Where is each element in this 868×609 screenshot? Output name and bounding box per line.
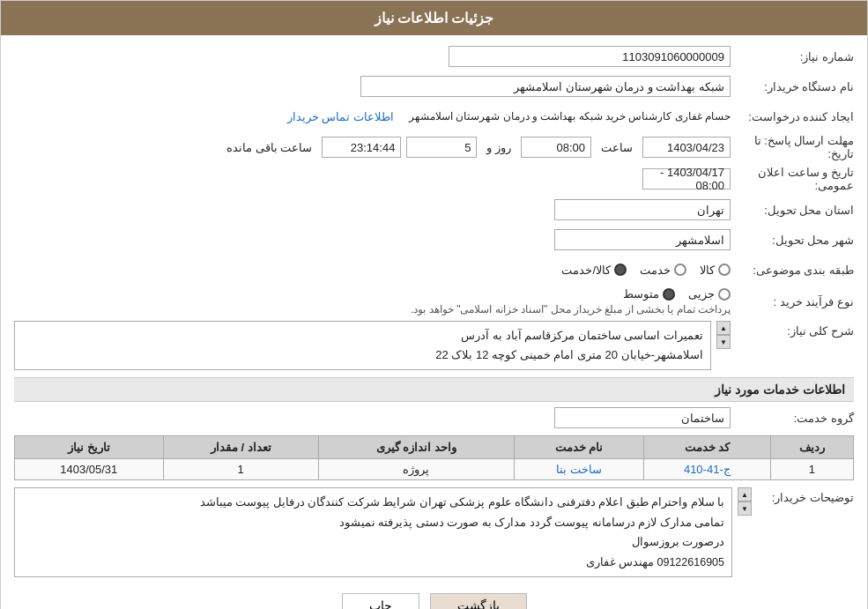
field-shahr: اسلامشهر	[554, 229, 731, 250]
توضیحات-container: ▲ ▼ با سلام واحترام طبق اعلام دفترفنی دا…	[14, 487, 752, 577]
sharh-text: تعمیرات اساسی ساختمان مرکزقاسم آباد به آ…	[14, 321, 711, 370]
field-goroh: ساختمان	[554, 407, 731, 428]
radio-kala-label: کالا	[700, 264, 715, 277]
radio-kala-item[interactable]: کالا	[700, 264, 731, 277]
row-tarikh: تاریخ و ساعت اعلان عمومی: 1403/04/17 - 0…	[14, 166, 854, 192]
label-nam-dastgah: نام دستگاه خریدار:	[731, 80, 854, 93]
row-goroh: گروه خدمت: ساختمان	[14, 405, 854, 430]
table-cell: 1	[770, 459, 853, 480]
table-cell: 1	[163, 459, 318, 480]
value-nam-dastgah: شبکه بهداشت و درمان شهرستان اسلامشهر	[14, 76, 731, 97]
label-sharh: شرح کلی نیاز:	[731, 321, 854, 338]
row-ostan: استان محل تحویل: تهران	[14, 197, 854, 222]
توضیحات-text: با سلام واحترام طبق اعلام دفترفنی دانشگا…	[14, 487, 732, 577]
sharh-line2: اسلامشهر-خیابان 20 متری امام خمینی کوچه …	[22, 345, 703, 365]
table-cell: ساخت بنا	[515, 459, 644, 480]
mohlat-saat-label: ساعت	[597, 141, 637, 154]
field-nam-dastgah: شبکه بهداشت و درمان شهرستان اسلامشهر	[360, 76, 731, 97]
label-ijad-konande: ایجاد کننده درخواست:	[731, 110, 854, 123]
label-توضیحات: توضیحات خریدار:	[757, 487, 854, 504]
col-tarikh: تاریخ نیاز	[15, 436, 164, 459]
section-khadamat: اطلاعات خدمات مورد نیاز	[14, 377, 854, 402]
radio-khedmat-item[interactable]: خدمت	[640, 264, 686, 277]
radio-jozi-item[interactable]: جزیی	[688, 287, 731, 301]
page-title: جزئیات اطلاعات نیاز	[375, 11, 494, 26]
row-noveh-farayand: نوع فرآیند خرید : جزیی متوسط پرداخت تمام…	[14, 287, 854, 316]
col-radif: ردیف	[770, 436, 853, 459]
col-kod: کد خدمت	[644, 436, 770, 459]
field-mohlat-rooz: 5	[406, 137, 477, 158]
button-row: بازگشت چاپ	[14, 583, 854, 609]
radio-kala-khedmat-item[interactable]: کالا/خدمت	[561, 264, 627, 277]
sharh-line1: تعمیرات اساسی ساختمان مرکزقاسم آباد به آ…	[22, 326, 703, 345]
sharh-container: ▲ ▼ تعمیرات اساسی ساختمان مرکزقاسم آباد …	[14, 321, 731, 370]
mohlat-rooz-label: روز و	[482, 141, 516, 154]
row-mohlat: مهلت ارسال پاسخ: تا تاریخ: 1403/04/23 سا…	[14, 134, 854, 160]
value-goroh: ساختمان	[14, 407, 731, 428]
field-shomara-niaz: 1103091060000009	[449, 46, 731, 67]
row-sharh: شرح کلی نیاز: ▲ ▼ تعمیرات اساسی ساختمان …	[14, 321, 854, 370]
label-noveh-farayand: نوع فرآیند خرید :	[731, 295, 854, 308]
radio-kala-circle	[718, 264, 731, 276]
row-nam-dastgah: نام دستگاه خریدار: شبکه بهداشت و درمان ش…	[14, 74, 854, 99]
field-tarikh: 1403/04/17 - 08:00	[642, 168, 731, 189]
desc-line1: با سلام واحترام طبق اعلام دفترفنی دانشگا…	[22, 493, 724, 513]
desc-line3: درصورت بروزسوال	[22, 532, 724, 553]
radio-farayand-group: جزیی متوسط	[623, 287, 731, 301]
table-cell: پروژه	[318, 459, 514, 480]
radio-jozi-circle	[718, 288, 731, 301]
value-sharh: ▲ ▼ تعمیرات اساسی ساختمان مرکزقاسم آباد …	[14, 321, 731, 370]
radio-khedmat-circle	[674, 264, 686, 276]
value-mohlat: 1403/04/23 ساعت 08:00 روز و 5 23:14:44 س…	[14, 137, 731, 158]
ijad-konande-text: حسام غفاری کارشناس خرید شبکه بهداشت و در…	[409, 110, 731, 123]
field-ostan: تهران	[554, 199, 731, 220]
value-shomara-niaz: 1103091060000009	[14, 46, 731, 67]
label-shahr: شهر محل تحویل:	[731, 234, 854, 247]
bazgasht-button[interactable]: بازگشت	[430, 593, 527, 609]
row-tabagheh: طبقه بندی موضوعی: کالا خدمت کالا/خدمت	[14, 257, 854, 282]
scroll-up-btn[interactable]: ▲	[716, 321, 731, 335]
contact-link[interactable]: اطلاعات تماس خریدار	[287, 110, 394, 123]
value-noveh-farayand: جزیی متوسط پرداخت تمام یا بخشی از مبلغ خ…	[14, 287, 731, 316]
radio-khedmat-label: خدمت	[640, 264, 671, 277]
desc-scroll-down-btn[interactable]: ▼	[738, 501, 752, 516]
radio-jozi-label: جزیی	[688, 287, 715, 301]
page-wrapper: جزئیات اطلاعات نیاز شماره نیاز: 11030910…	[0, 0, 868, 609]
chap-button[interactable]: چاپ	[342, 593, 419, 609]
label-ostan: استان محل تحویل:	[731, 204, 854, 217]
label-tabagheh: طبقه بندی موضوعی:	[731, 264, 854, 277]
table-cell: 1403/05/31	[15, 459, 164, 480]
table-header-row: ردیف کد خدمت نام خدمت واحد اندازه گیری ت…	[15, 436, 854, 459]
col-nam: نام خدمت	[515, 436, 644, 459]
scroll-down-btn[interactable]: ▼	[716, 335, 731, 349]
radio-kala-khedmat-circle	[614, 264, 627, 276]
sharh-scroll-arrows: ▲ ▼	[716, 321, 731, 349]
desc-line2: تمامی مدارک لازم درسامانه پیوست گردد مدا…	[22, 513, 724, 533]
radio-motovaset-circle	[663, 288, 675, 301]
value-ijad-konande: حسام غفاری کارشناس خرید شبکه بهداشت و در…	[14, 110, 731, 123]
label-goroh: گروه خدمت:	[731, 412, 854, 425]
label-shomara-niaz: شماره نیاز:	[731, 50, 854, 63]
value-tabagheh: کالا خدمت کالا/خدمت	[14, 264, 731, 277]
farayand-note: پرداخت تمام یا بخشی از مبلغ خریداز محل "…	[411, 303, 731, 316]
توضیحات-scroll-arrows: ▲ ▼	[738, 487, 752, 577]
services-table: ردیف کد خدمت نام خدمت واحد اندازه گیری ت…	[14, 435, 854, 480]
field-mohlat-date: 1403/04/23	[642, 137, 731, 158]
col-vahed: واحد اندازه گیری	[318, 436, 514, 459]
desc-line4: 09122616905 مهندس غفاری	[22, 553, 724, 573]
field-mohlat-baqi: 23:14:44	[322, 137, 401, 158]
radio-motovaset-label: متوسط	[623, 287, 659, 301]
table-row: 1ج-41-410ساخت بناپروژه11403/05/31	[15, 459, 854, 480]
label-tarikh: تاریخ و ساعت اعلان عمومی:	[731, 166, 854, 192]
value-ostan: تهران	[14, 199, 731, 220]
page-header: جزئیات اطلاعات نیاز	[1, 1, 867, 35]
field-mohlat-saat: 08:00	[521, 137, 591, 158]
col-tedad: تعداد / مقدار	[163, 436, 318, 459]
radio-motovaset-item[interactable]: متوسط	[623, 287, 675, 301]
value-tarikh: 1403/04/17 - 08:00	[14, 168, 731, 189]
desc-scroll-up-btn[interactable]: ▲	[738, 487, 752, 501]
row-ijad-konande: ایجاد کننده درخواست: حسام غفاری کارشناس …	[14, 104, 854, 129]
label-mohlat: مهلت ارسال پاسخ: تا تاریخ:	[731, 134, 854, 160]
radio-kala-khedmat-label: کالا/خدمت	[561, 264, 611, 277]
row-shomara-niaz: شماره نیاز: 1103091060000009	[14, 44, 854, 69]
